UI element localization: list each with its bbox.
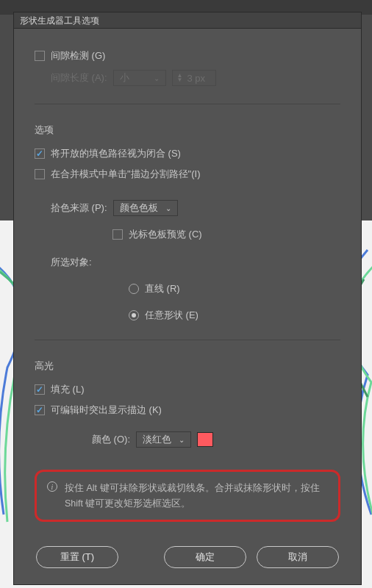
color-label: 颜色 (O):	[92, 433, 130, 446]
merge-mode-label: 在合并模式中单击"描边分割路径"(I)	[51, 168, 201, 181]
separator	[35, 340, 340, 340]
options-section-label: 选项	[35, 123, 340, 137]
chevron-down-icon: ⌄	[165, 204, 171, 212]
dialog-title: 形状生成器工具选项	[20, 15, 99, 26]
radio-any-shape-label: 任意形状 (E)	[145, 309, 198, 322]
gap-detection-row[interactable]: 间隙检测 (G)	[35, 49, 340, 62]
dialog-content: 间隙检测 (G) 间隙长度 (A): 小 ⌄ ▲▼ 3 px 选项 将开放的填色…	[14, 29, 361, 584]
reset-button[interactable]: 重置 (T)	[36, 546, 118, 568]
shape-builder-options-dialog: 形状生成器工具选项 间隙检测 (G) 间隙长度 (A): 小 ⌄ ▲▼ 3 px…	[13, 12, 362, 585]
fill-checkbox[interactable]	[35, 384, 45, 395]
pick-source-label: 拾色来源 (P):	[51, 201, 107, 215]
open-fill-row[interactable]: 将开放的填色路径视为闭合 (S)	[35, 147, 340, 160]
chevron-down-icon: ⌄	[154, 74, 160, 82]
gap-length-select: 小 ⌄	[113, 70, 166, 86]
info-box: i 按住 Alt 键可抹除形状或裁切线条。合并或抹除形状时，按住 Shift 键…	[35, 470, 340, 522]
gap-length-value: 小	[120, 71, 129, 85]
stepper-icon: ▲▼	[177, 74, 183, 82]
fill-row[interactable]: 填充 (L)	[35, 383, 340, 396]
radio-line[interactable]	[129, 284, 139, 294]
info-icon: i	[47, 481, 57, 492]
gap-detection-checkbox[interactable]	[35, 51, 45, 61]
pick-source-value: 颜色色板	[120, 201, 158, 215]
dialog-titlebar[interactable]: 形状生成器工具选项	[14, 12, 361, 29]
cursor-preview-row[interactable]: 光标色板预览 (C)	[112, 228, 340, 241]
color-value: 淡红色	[143, 433, 171, 446]
selected-object-label: 所选对象:	[51, 256, 92, 269]
pick-source-row: 拾色来源 (P): 颜色色板 ⌄	[51, 200, 340, 216]
cursor-preview-label: 光标色板预览 (C)	[129, 228, 202, 241]
stroke-highlight-label: 可编辑时突出显示描边 (K)	[51, 404, 162, 417]
chevron-down-icon: ⌄	[179, 436, 185, 444]
highlight-section-label: 高光	[35, 359, 340, 373]
pick-source-select[interactable]: 颜色色板 ⌄	[113, 200, 178, 216]
open-fill-label: 将开放的填色路径视为闭合 (S)	[51, 147, 181, 160]
gap-length-row: 间隙长度 (A): 小 ⌄ ▲▼ 3 px	[51, 70, 340, 86]
ok-button[interactable]: 确定	[164, 546, 246, 568]
cancel-button[interactable]: 取消	[257, 546, 339, 568]
radio-line-label: 直线 (R)	[145, 282, 180, 295]
merge-mode-row[interactable]: 在合并模式中单击"描边分割路径"(I)	[35, 168, 340, 181]
color-row: 颜色 (O): 淡红色 ⌄	[92, 431, 340, 448]
cursor-preview-checkbox[interactable]	[112, 229, 123, 240]
color-swatch[interactable]	[197, 432, 213, 447]
radio-line-row[interactable]: 直线 (R)	[129, 282, 340, 295]
stroke-highlight-checkbox[interactable]	[35, 405, 45, 415]
separator	[35, 104, 340, 104]
radio-any-shape-row[interactable]: 任意形状 (E)	[129, 309, 340, 322]
color-select[interactable]: 淡红色 ⌄	[136, 431, 191, 448]
open-fill-checkbox[interactable]	[35, 148, 45, 159]
fill-label: 填充 (L)	[51, 383, 85, 396]
gap-length-label: 间隙长度 (A):	[51, 71, 107, 85]
dialog-footer: 重置 (T) 确定 取消	[35, 533, 340, 571]
gap-detection-label: 间隙检测 (G)	[51, 49, 105, 62]
stroke-highlight-row[interactable]: 可编辑时突出显示描边 (K)	[35, 404, 340, 417]
radio-any-shape[interactable]	[129, 310, 139, 320]
info-text: 按住 Alt 键可抹除形状或裁切线条。合并或抹除形状时，按住 Shift 键可更…	[65, 481, 328, 511]
gap-px-field: ▲▼ 3 px	[172, 70, 216, 86]
selected-object-label-row: 所选对象:	[51, 256, 340, 269]
gap-px-value: 3 px	[187, 73, 205, 84]
merge-mode-checkbox[interactable]	[35, 169, 45, 179]
